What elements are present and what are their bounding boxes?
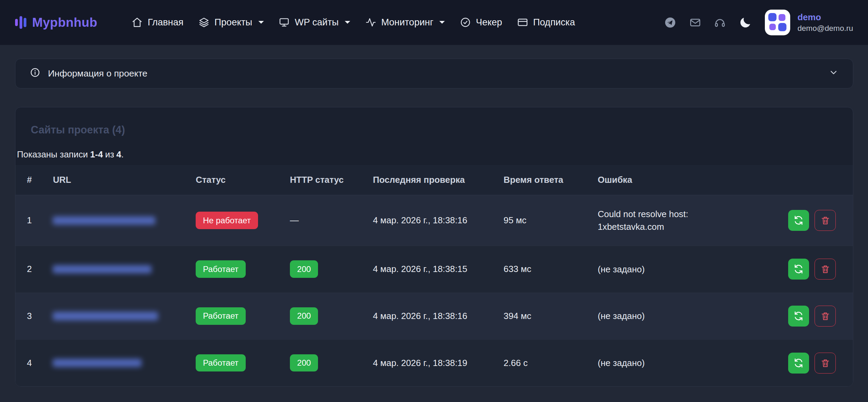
project-info-accordion[interactable]: Информация о проекте	[15, 59, 853, 88]
site-url-redacted[interactable]	[53, 216, 155, 225]
status-badge: Работает	[196, 260, 246, 278]
nav-item-projects[interactable]: Проекты	[198, 17, 264, 28]
sites-card-title: Сайты проекта (4)	[15, 107, 853, 149]
chevron-down-icon	[345, 21, 350, 24]
mail-icon[interactable]	[689, 16, 701, 29]
table-row: 2 Работает 200 4 мар. 2026 г., 18:38:15 …	[15, 246, 853, 293]
user-name[interactable]: demo	[797, 12, 853, 23]
last-check: 4 мар. 2026 г., 18:38:19	[366, 340, 497, 386]
brand-name: Mypbnhub	[32, 15, 97, 30]
site-url-redacted[interactable]	[53, 265, 151, 273]
recheck-button[interactable]	[788, 259, 809, 280]
col-header-error: Ошибка	[591, 165, 782, 195]
nav-item-label: Мониторинг	[381, 17, 433, 28]
status-badge: Работает	[196, 354, 246, 372]
col-header-num: #	[15, 165, 46, 195]
sites-table: # URL Статус HTTP статус Последняя прове…	[15, 165, 853, 386]
http-status-badge: 200	[290, 260, 318, 278]
home-icon	[132, 17, 143, 28]
col-header-checked: Последняя проверка	[366, 165, 497, 195]
recheck-button[interactable]	[788, 210, 809, 231]
nav-item-label: WP сайты	[295, 17, 339, 28]
error-message: (не задано)	[598, 263, 725, 275]
moon-icon[interactable]	[739, 16, 752, 29]
nav-item-wp-sites[interactable]: WP сайты	[279, 17, 350, 28]
avatar[interactable]	[765, 10, 790, 35]
chevron-down-icon	[439, 21, 445, 24]
nav-item-subscription[interactable]: Подписка	[517, 17, 575, 28]
info-panel-label: Информация о проекте	[48, 68, 147, 79]
nav-item-home[interactable]: Главная	[132, 17, 183, 28]
delete-button[interactable]	[815, 306, 836, 327]
sites-card: Сайты проекта (4) Показаны записи1-4из4.…	[15, 107, 853, 387]
error-message: (не задано)	[598, 357, 725, 369]
response-time: 2.66 с	[497, 340, 591, 386]
layers-icon	[198, 17, 209, 28]
headphones-icon[interactable]	[714, 16, 726, 29]
credit-card-icon	[517, 17, 528, 28]
nav-item-monitoring[interactable]: Мониторинг	[365, 17, 445, 28]
nav-item-checker[interactable]: Чекер	[460, 17, 502, 28]
row-num: 2	[15, 246, 46, 293]
status-badge: Не работает	[196, 212, 258, 229]
activity-icon	[365, 17, 376, 28]
brand-bars-icon	[15, 16, 27, 29]
error-message: (не задано)	[598, 310, 725, 322]
page-content: Информация о проекте Сайты проекта (4) П…	[0, 45, 868, 402]
delete-button[interactable]	[815, 210, 836, 231]
monitor-icon	[279, 17, 290, 28]
info-icon	[30, 67, 40, 80]
row-num: 1	[15, 195, 46, 246]
error-message: Could not resolve host: 1xbetstavka.com	[598, 208, 725, 233]
last-check: 4 мар. 2026 г., 18:38:16	[366, 195, 497, 246]
user-info: demo demo@demo.ru	[797, 12, 853, 33]
delete-button[interactable]	[815, 259, 836, 280]
col-header-url: URL	[46, 165, 189, 195]
response-time: 633 мс	[497, 246, 591, 293]
col-header-response: Время ответа	[497, 165, 591, 195]
delete-button[interactable]	[815, 353, 836, 374]
last-check: 4 мар. 2026 г., 18:38:16	[366, 293, 497, 340]
response-time: 394 мс	[497, 293, 591, 340]
brand-logo[interactable]: Mypbnhub	[15, 15, 97, 30]
http-status-badge: 200	[290, 307, 318, 325]
table-summary: Показаны записи1-4из4.	[15, 149, 853, 165]
last-check: 4 мар. 2026 г., 18:38:15	[366, 246, 497, 293]
table-row: 3 Работает 200 4 мар. 2026 г., 18:38:16 …	[15, 293, 853, 340]
site-url-redacted[interactable]	[53, 312, 158, 320]
telegram-icon[interactable]	[664, 16, 676, 29]
chevron-down-icon	[258, 21, 264, 24]
user-email: demo@demo.ru	[797, 23, 853, 33]
col-header-status: Статус	[189, 165, 283, 195]
nav-item-label: Главная	[148, 17, 184, 28]
response-time: 95 мс	[497, 195, 591, 246]
chevron-down-icon	[829, 68, 839, 80]
site-url-redacted[interactable]	[53, 359, 141, 367]
status-badge: Работает	[196, 307, 246, 325]
recheck-button[interactable]	[788, 353, 809, 374]
navbar-right: demo demo@demo.ru	[664, 10, 853, 35]
row-num: 4	[15, 340, 46, 386]
nav-item-label: Чекер	[476, 17, 502, 28]
http-status-badge: 200	[290, 354, 318, 372]
table-header-row: # URL Статус HTTP статус Последняя прове…	[15, 165, 853, 195]
main-nav: Главная Проекты WP сайты Мониторинг Чеке…	[132, 17, 575, 28]
row-num: 3	[15, 293, 46, 340]
col-header-actions	[782, 165, 853, 195]
check-circle-icon	[460, 17, 471, 28]
top-navbar: Mypbnhub Главная Проекты WP сайты Монито…	[0, 0, 868, 45]
recheck-button[interactable]	[788, 306, 809, 327]
http-status: —	[283, 195, 366, 246]
nav-item-label: Проекты	[215, 17, 252, 28]
table-row: 1 Не работает — 4 мар. 2026 г., 18:38:16…	[15, 195, 853, 246]
col-header-http: HTTP статус	[283, 165, 366, 195]
nav-item-label: Подписка	[533, 17, 575, 28]
table-row: 4 Работает 200 4 мар. 2026 г., 18:38:19 …	[15, 340, 853, 386]
